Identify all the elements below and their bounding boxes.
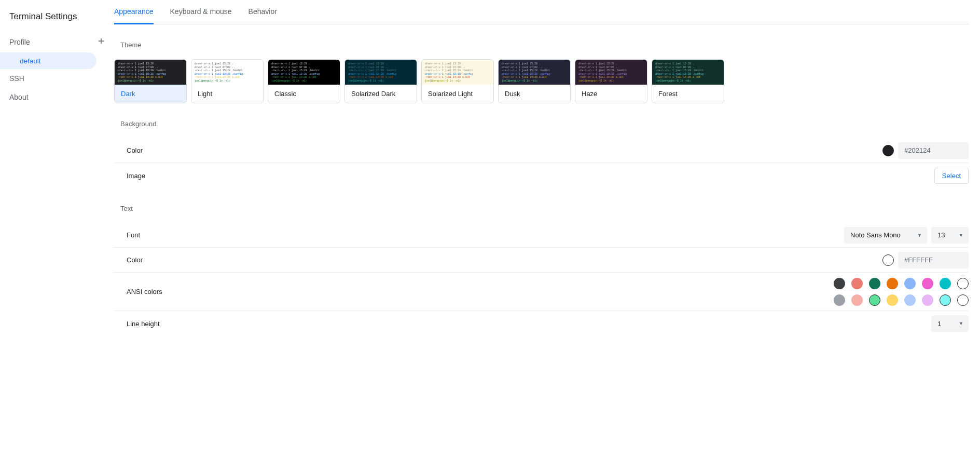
text-settings: Font Noto Sans Mono ▼ 13 ▼ Color: [114, 223, 969, 336]
section-title-theme: Theme: [120, 41, 969, 49]
theme-card-forest[interactable]: drwxr-xr-x 1 joel 13:28 .drwxr-xr-x 1 ro…: [652, 59, 724, 103]
select-value: Noto Sans Mono: [850, 231, 901, 239]
sidebar-item-label: About: [9, 93, 29, 101]
row-label: Line height: [127, 320, 160, 328]
ansi-color-swatch[interactable]: [887, 294, 898, 306]
sidebar-item-label: SSH: [9, 74, 24, 83]
tabs: Appearance Keyboard & mouse Behavior: [114, 0, 969, 24]
ansi-color-swatch[interactable]: [851, 294, 863, 306]
ansi-color-swatch[interactable]: [904, 278, 916, 289]
theme-card-dark[interactable]: drwxr-xr-x 1 joel 13:28 .drwxr-xr-x 1 ro…: [114, 59, 187, 103]
background-color-swatch[interactable]: [882, 145, 894, 156]
ansi-color-swatch[interactable]: [851, 278, 863, 289]
theme-preview: drwxr-xr-x 1 joel 13:28 .drwxr-xr-x 1 ro…: [345, 60, 417, 85]
ansi-color-swatch[interactable]: [940, 278, 951, 289]
select-value: 13: [937, 231, 945, 239]
sidebar: Terminal Settings Profile default SSH Ab…: [0, 0, 114, 336]
font-family-select[interactable]: Noto Sans Mono ▼: [844, 227, 927, 244]
theme-card-classic[interactable]: drwxr-xr-x 1 joel 13:28 .drwxr-xr-x 1 ro…: [268, 59, 340, 103]
select-image-button[interactable]: Select: [934, 168, 969, 184]
main-panel: Appearance Keyboard & mouse Behavior The…: [114, 0, 980, 336]
theme-preview: drwxr-xr-x 1 joel 13:28 .drwxr-xr-x 1 ro…: [191, 60, 263, 85]
ansi-color-swatch[interactable]: [869, 278, 880, 289]
theme-label: Forest: [652, 85, 724, 103]
text-color-input[interactable]: [898, 252, 969, 268]
row-label: Color: [127, 256, 143, 264]
row-text-color: Color: [114, 248, 969, 273]
ansi-color-swatch[interactable]: [869, 294, 880, 306]
chevron-down-icon: ▼: [959, 233, 963, 238]
plus-icon[interactable]: [96, 36, 106, 47]
sidebar-subitem-default[interactable]: default: [0, 52, 96, 69]
theme-card-solarized-dark[interactable]: drwxr-xr-x 1 joel 13:28 .drwxr-xr-x 1 ro…: [344, 59, 417, 103]
theme-label: Solarized Light: [422, 85, 493, 103]
sidebar-item-ssh[interactable]: SSH: [0, 69, 114, 88]
theme-preview: drwxr-xr-x 1 joel 13:28 .drwxr-xr-x 1 ro…: [422, 60, 493, 85]
ansi-color-swatch[interactable]: [957, 294, 969, 306]
tab-behavior[interactable]: Behavior: [249, 7, 277, 24]
chevron-down-icon: ▼: [959, 321, 963, 326]
app-title: Terminal Settings: [0, 8, 114, 31]
tab-appearance[interactable]: Appearance: [114, 7, 154, 24]
theme-grid: drwxr-xr-x 1 joel 13:28 .drwxr-xr-x 1 ro…: [114, 59, 969, 103]
row-label: Image: [127, 172, 145, 180]
theme-card-dusk[interactable]: drwxr-xr-x 1 joel 13:28 .drwxr-xr-x 1 ro…: [498, 59, 571, 103]
ansi-color-swatch[interactable]: [922, 278, 933, 289]
theme-card-light[interactable]: drwxr-xr-x 1 joel 13:28 .drwxr-xr-x 1 ro…: [191, 59, 264, 103]
font-size-select[interactable]: 13 ▼: [931, 227, 969, 244]
row-label: ANSI colors: [127, 288, 162, 296]
theme-preview: drwxr-xr-x 1 joel 13:28 .drwxr-xr-x 1 ro…: [499, 60, 570, 85]
sidebar-item-label: default: [20, 57, 41, 65]
ansi-row: [834, 294, 969, 306]
background-settings: Color Image Select: [114, 138, 969, 188]
theme-preview: drwxr-xr-x 1 joel 13:28 .drwxr-xr-x 1 ro…: [268, 60, 340, 85]
sidebar-item-label: Profile: [9, 38, 30, 46]
theme-label: Dark: [115, 85, 186, 103]
theme-card-solarized-light[interactable]: drwxr-xr-x 1 joel 13:28 .drwxr-xr-x 1 ro…: [421, 59, 494, 103]
theme-label: Dusk: [499, 85, 570, 103]
row-label: Font: [127, 231, 140, 239]
ansi-color-swatch[interactable]: [922, 294, 933, 306]
theme-preview: drwxr-xr-x 1 joel 13:28 .drwxr-xr-x 1 ro…: [115, 60, 186, 85]
row-label: Color: [127, 146, 143, 154]
line-height-select[interactable]: 1 ▼: [931, 315, 969, 332]
section-title-text: Text: [120, 205, 969, 212]
sidebar-item-profile[interactable]: Profile: [0, 31, 114, 52]
theme-preview: drwxr-xr-x 1 joel 13:28 .drwxr-xr-x 1 ro…: [575, 60, 647, 85]
row-background-color: Color: [114, 138, 969, 163]
ansi-color-swatch[interactable]: [834, 294, 845, 306]
ansi-color-swatch[interactable]: [957, 278, 969, 289]
chevron-down-icon: ▼: [917, 233, 922, 238]
ansi-color-swatch[interactable]: [904, 294, 916, 306]
theme-preview: drwxr-xr-x 1 joel 13:28 .drwxr-xr-x 1 ro…: [652, 60, 724, 85]
ansi-color-grid: [834, 278, 969, 306]
theme-label: Haze: [575, 85, 647, 103]
section-title-background: Background: [120, 120, 969, 128]
select-value: 1: [937, 320, 941, 328]
row-background-image: Image Select: [114, 163, 969, 188]
theme-label: Solarized Dark: [345, 85, 417, 103]
tab-keyboard-mouse[interactable]: Keyboard & mouse: [170, 7, 232, 24]
text-color-swatch[interactable]: [882, 254, 894, 266]
ansi-row: [834, 278, 969, 289]
theme-label: Classic: [268, 85, 340, 103]
row-line-height: Line height 1 ▼: [114, 311, 969, 336]
ansi-color-swatch[interactable]: [887, 278, 898, 289]
background-color-input[interactable]: [898, 142, 969, 159]
sidebar-item-about[interactable]: About: [0, 88, 114, 106]
ansi-color-swatch[interactable]: [834, 278, 845, 289]
row-font: Font Noto Sans Mono ▼ 13 ▼: [114, 223, 969, 248]
ansi-color-swatch[interactable]: [940, 294, 951, 306]
theme-label: Light: [191, 85, 263, 103]
row-ansi-colors: ANSI colors: [114, 273, 969, 311]
theme-card-haze[interactable]: drwxr-xr-x 1 joel 13:28 .drwxr-xr-x 1 ro…: [575, 59, 647, 103]
